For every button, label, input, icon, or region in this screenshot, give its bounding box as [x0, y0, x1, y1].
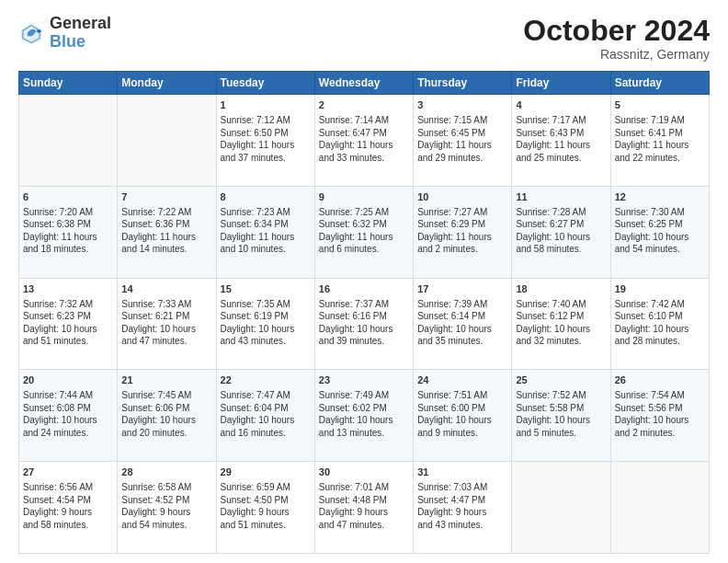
day-info: and 37 minutes.	[221, 152, 311, 165]
calendar-week-1: 1Sunrise: 7:12 AMSunset: 6:50 PMDaylight…	[19, 95, 710, 187]
day-info: Daylight: 9 hours	[221, 506, 311, 519]
day-info: and 54 minutes.	[615, 243, 705, 256]
calendar-cell: 18Sunrise: 7:40 AMSunset: 6:12 PMDayligh…	[512, 278, 610, 370]
calendar-cell: 7Sunrise: 7:22 AMSunset: 6:36 PMDaylight…	[118, 186, 216, 278]
logo-icon	[18, 20, 44, 46]
day-info: and 39 minutes.	[319, 335, 409, 348]
day-info: and 58 minutes.	[516, 243, 606, 256]
day-info: Daylight: 10 hours	[417, 323, 507, 336]
day-number: 20	[23, 373, 113, 387]
day-number: 8	[221, 190, 311, 204]
calendar-cell: 15Sunrise: 7:35 AMSunset: 6:19 PMDayligh…	[216, 278, 314, 370]
day-info: Sunrise: 7:28 AM	[516, 206, 606, 219]
day-info: and 13 minutes.	[319, 427, 409, 440]
calendar-cell: 3Sunrise: 7:15 AMSunset: 6:45 PMDaylight…	[414, 95, 512, 187]
calendar-cell: 10Sunrise: 7:27 AMSunset: 6:29 PMDayligh…	[414, 186, 512, 278]
day-info: Sunset: 6:38 PM	[23, 218, 113, 231]
day-info: and 47 minutes.	[121, 335, 211, 348]
day-number: 14	[121, 282, 211, 296]
day-number: 17	[417, 282, 507, 296]
day-info: Daylight: 11 hours	[221, 139, 311, 152]
day-info: Daylight: 10 hours	[516, 323, 606, 336]
calendar-cell	[118, 95, 216, 187]
day-number: 12	[615, 190, 705, 204]
day-info: Sunrise: 6:58 AM	[121, 481, 211, 494]
day-info: and 28 minutes.	[615, 335, 705, 348]
day-number: 25	[516, 373, 606, 387]
day-info: and 33 minutes.	[319, 152, 409, 165]
day-info: and 10 minutes.	[221, 243, 311, 256]
day-info: and 58 minutes.	[23, 519, 113, 532]
day-info: Sunrise: 7:33 AM	[121, 298, 211, 311]
day-info: Sunset: 5:58 PM	[516, 402, 606, 415]
day-info: Daylight: 11 hours	[516, 139, 606, 152]
location-subtitle: Rassnitz, Germany	[523, 47, 710, 62]
calendar-cell: 22Sunrise: 7:47 AMSunset: 6:04 PMDayligh…	[216, 370, 314, 462]
day-info: Daylight: 11 hours	[319, 231, 409, 244]
day-number: 11	[516, 190, 606, 204]
day-info: Sunrise: 7:37 AM	[319, 298, 409, 311]
calendar-cell: 21Sunrise: 7:45 AMSunset: 6:06 PMDayligh…	[118, 370, 216, 462]
day-info: Daylight: 10 hours	[23, 323, 113, 336]
day-number: 29	[221, 465, 311, 479]
day-info: Sunrise: 7:25 AM	[319, 206, 409, 219]
calendar-cell: 9Sunrise: 7:25 AMSunset: 6:32 PMDaylight…	[314, 186, 413, 278]
day-info: Sunset: 6:12 PM	[516, 310, 606, 323]
day-info: and 9 minutes.	[417, 427, 507, 440]
calendar-cell: 27Sunrise: 6:56 AMSunset: 4:54 PMDayligh…	[19, 462, 118, 554]
day-info: Sunset: 6:43 PM	[516, 127, 606, 140]
day-info: Daylight: 11 hours	[417, 139, 507, 152]
day-info: Sunset: 6:14 PM	[417, 310, 507, 323]
day-info: Sunset: 6:29 PM	[417, 218, 507, 231]
calendar-cell: 28Sunrise: 6:58 AMSunset: 4:52 PMDayligh…	[118, 462, 216, 554]
day-info: Daylight: 11 hours	[319, 139, 409, 152]
day-info: Sunset: 6:27 PM	[516, 218, 606, 231]
day-info: Daylight: 9 hours	[417, 506, 507, 519]
calendar-cell: 8Sunrise: 7:23 AMSunset: 6:34 PMDaylight…	[216, 186, 314, 278]
calendar-cell: 2Sunrise: 7:14 AMSunset: 6:47 PMDaylight…	[314, 95, 413, 187]
day-info: Daylight: 11 hours	[615, 139, 705, 152]
day-info: Sunrise: 7:01 AM	[319, 481, 409, 494]
day-info: Daylight: 10 hours	[615, 231, 705, 244]
day-info: Sunset: 6:50 PM	[221, 127, 311, 140]
day-info: Sunrise: 7:12 AM	[221, 114, 311, 127]
day-info: Sunset: 6:08 PM	[23, 402, 113, 415]
day-info: Sunrise: 7:44 AM	[23, 389, 113, 402]
day-info: Sunset: 6:34 PM	[221, 218, 311, 231]
calendar-cell: 24Sunrise: 7:51 AMSunset: 6:00 PMDayligh…	[414, 370, 512, 462]
calendar-cell: 5Sunrise: 7:19 AMSunset: 6:41 PMDaylight…	[610, 95, 709, 187]
day-info: Daylight: 10 hours	[221, 323, 311, 336]
weekday-header-friday: Friday	[512, 72, 610, 95]
calendar-table: SundayMondayTuesdayWednesdayThursdayFrid…	[18, 71, 710, 554]
day-info: Sunset: 6:06 PM	[121, 402, 211, 415]
day-info: Sunrise: 7:19 AM	[615, 114, 705, 127]
day-number: 16	[319, 282, 409, 296]
calendar-cell	[19, 95, 118, 187]
day-info: Sunset: 6:36 PM	[121, 218, 211, 231]
day-info: Sunset: 4:54 PM	[23, 494, 113, 507]
day-info: Daylight: 10 hours	[319, 323, 409, 336]
day-info: Daylight: 10 hours	[121, 414, 211, 427]
calendar-cell	[512, 462, 610, 554]
day-number: 18	[516, 282, 606, 296]
day-info: Sunrise: 7:14 AM	[319, 114, 409, 127]
calendar-cell: 4Sunrise: 7:17 AMSunset: 6:43 PMDaylight…	[512, 95, 610, 187]
day-number: 27	[23, 465, 113, 479]
calendar-cell: 1Sunrise: 7:12 AMSunset: 6:50 PMDaylight…	[216, 95, 314, 187]
day-info: and 24 minutes.	[23, 427, 113, 440]
day-info: Daylight: 9 hours	[23, 506, 113, 519]
day-info: and 20 minutes.	[121, 427, 211, 440]
day-info: Sunset: 6:47 PM	[319, 127, 409, 140]
calendar-cell	[610, 462, 709, 554]
day-info: Sunrise: 7:23 AM	[221, 206, 311, 219]
day-number: 6	[23, 190, 113, 204]
day-number: 7	[121, 190, 211, 204]
day-info: Sunset: 4:52 PM	[121, 494, 211, 507]
day-info: Sunset: 4:47 PM	[417, 494, 507, 507]
day-number: 9	[319, 190, 409, 204]
calendar-cell: 25Sunrise: 7:52 AMSunset: 5:58 PMDayligh…	[512, 370, 610, 462]
weekday-header-wednesday: Wednesday	[314, 72, 413, 95]
calendar-cell: 12Sunrise: 7:30 AMSunset: 6:25 PMDayligh…	[610, 186, 709, 278]
calendar-cell: 11Sunrise: 7:28 AMSunset: 6:27 PMDayligh…	[512, 186, 610, 278]
day-info: and 18 minutes.	[23, 243, 113, 256]
